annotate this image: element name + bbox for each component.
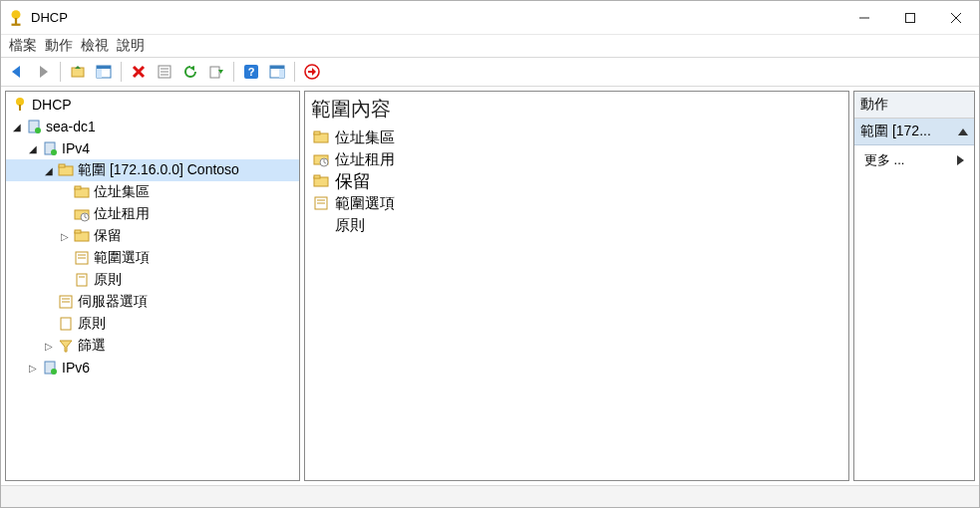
tree-filters[interactable]: ▷ 篩選: [6, 335, 299, 357]
expand-icon[interactable]: ◢: [26, 143, 40, 154]
leases-icon: [313, 151, 329, 167]
tree-label: IPv4: [62, 140, 90, 156]
content-label: 位址租用: [335, 150, 395, 169]
tree-server-options[interactable]: 伺服器選項: [6, 291, 299, 313]
dhcp-window: DHCP 檔案 動作 檢視 說明 ?: [0, 0, 980, 508]
actions-scope-row[interactable]: 範圍 [172...: [854, 119, 974, 145]
svg-rect-2: [12, 23, 21, 25]
svg-marker-29: [308, 68, 316, 76]
actions-more[interactable]: 更多 ...: [854, 145, 974, 175]
menu-help[interactable]: 說明: [115, 36, 147, 56]
back-button[interactable]: [5, 60, 29, 84]
server-icon: [26, 119, 42, 134]
tree-ipv4[interactable]: ◢ IPv4: [6, 137, 299, 159]
expand-icon[interactable]: ▷: [42, 341, 56, 352]
export-button[interactable]: [204, 60, 228, 84]
svg-marker-55: [60, 341, 72, 352]
toolbar: ?: [1, 57, 979, 87]
options-icon: [74, 250, 90, 266]
tree-scope-policies[interactable]: 原則: [6, 269, 299, 291]
tree-reservations[interactable]: ▷ 保留: [6, 225, 299, 247]
content-label: 範圍選項: [335, 194, 395, 213]
tree-root-dhcp[interactable]: DHCP: [6, 94, 299, 116]
svg-rect-27: [279, 69, 284, 78]
chevron-right-icon: [957, 155, 964, 165]
folder-icon: [74, 184, 90, 200]
show-hide-action-pane-button[interactable]: [265, 60, 289, 84]
svg-rect-39: [75, 186, 81, 189]
show-hide-tree-button[interactable]: [92, 60, 116, 84]
help-button[interactable]: ?: [239, 60, 263, 84]
tree-scope[interactable]: ◢ 範圍 [172.16.0.0] Contoso: [6, 159, 299, 181]
policy-icon: [58, 316, 74, 332]
forward-button[interactable]: [31, 60, 55, 84]
properties-button[interactable]: [153, 60, 176, 84]
leases-icon: [74, 206, 90, 222]
tree-ipv6[interactable]: ▷ IPv6: [6, 357, 299, 379]
options-icon: [58, 294, 74, 310]
tree-leases[interactable]: 位址租用: [6, 203, 299, 225]
svg-rect-26: [270, 66, 284, 69]
svg-rect-49: [77, 274, 87, 286]
expand-icon[interactable]: ◢: [42, 165, 56, 176]
svg-point-30: [16, 98, 24, 106]
tree-server-policies[interactable]: 原則: [6, 313, 299, 335]
tree-label: 伺服器選項: [78, 293, 148, 311]
tree-label: 篩選: [78, 337, 106, 355]
content-leases[interactable]: 位址租用: [311, 148, 842, 170]
folder-icon: [74, 228, 90, 244]
tree-pane[interactable]: DHCP ◢ sea-dc1 ◢ IPv4 ◢ 範圍 [172.16.0.0] …: [5, 91, 300, 481]
menu-action[interactable]: 動作: [43, 36, 75, 56]
toolbar-separator: [60, 62, 61, 82]
svg-rect-31: [19, 105, 21, 111]
tree-server[interactable]: ◢ sea-dc1: [6, 116, 299, 137]
delete-button[interactable]: [127, 60, 151, 84]
actions-pane: 動作 範圍 [172... 更多 ...: [853, 91, 975, 481]
content-title: 範圍內容: [311, 96, 842, 123]
svg-rect-54: [61, 318, 71, 330]
svg-rect-12: [97, 66, 111, 69]
menu-view[interactable]: 檢視: [79, 36, 111, 56]
content-policies[interactable]: 原則: [311, 214, 842, 236]
maximize-button[interactable]: [887, 2, 933, 34]
body: DHCP ◢ sea-dc1 ◢ IPv4 ◢ 範圍 [172.16.0.0] …: [1, 87, 979, 485]
tree-label: 範圍選項: [94, 249, 150, 267]
up-button[interactable]: [66, 60, 90, 84]
action-button[interactable]: [300, 60, 324, 84]
window-title: DHCP: [31, 10, 68, 25]
tree-pool[interactable]: 位址集區: [6, 181, 299, 203]
content-pool[interactable]: 位址集區: [311, 127, 842, 148]
menu-file[interactable]: 檔案: [7, 36, 39, 56]
svg-text:?: ?: [248, 66, 255, 78]
collapse-icon: [958, 128, 968, 135]
content-reservations[interactable]: 保留: [311, 170, 842, 192]
svg-rect-9: [72, 68, 84, 77]
tree-label: DHCP: [32, 97, 72, 113]
toolbar-separator: [294, 62, 295, 82]
content-label: 保留: [335, 169, 371, 193]
close-button[interactable]: [933, 2, 979, 34]
folder-icon: [58, 162, 74, 178]
expand-icon[interactable]: ▷: [26, 363, 40, 374]
actions-more-label: 更多 ...: [864, 151, 904, 169]
dhcp-icon: [12, 97, 28, 113]
svg-rect-37: [59, 164, 65, 167]
svg-rect-13: [97, 69, 102, 78]
minimize-button[interactable]: [841, 2, 887, 34]
svg-rect-59: [314, 131, 320, 134]
refresh-button[interactable]: [178, 60, 202, 84]
svg-marker-7: [12, 66, 20, 78]
policy-icon: [74, 272, 90, 288]
tree-scope-options[interactable]: 範圍選項: [6, 247, 299, 269]
options-icon: [313, 195, 329, 211]
expand-icon[interactable]: ◢: [10, 122, 24, 132]
svg-point-35: [51, 149, 57, 155]
tree-label: 原則: [94, 271, 122, 289]
content-label: 位址集區: [335, 128, 395, 147]
content-scope-options[interactable]: 範圍選項: [311, 192, 842, 214]
content-pane[interactable]: 範圍內容 位址集區 位址租用 保留 範圍選項 原則: [304, 91, 849, 481]
svg-point-57: [51, 369, 57, 375]
status-bar: [1, 485, 979, 507]
expand-icon[interactable]: ▷: [58, 231, 72, 242]
actions-header: 動作: [854, 92, 974, 119]
